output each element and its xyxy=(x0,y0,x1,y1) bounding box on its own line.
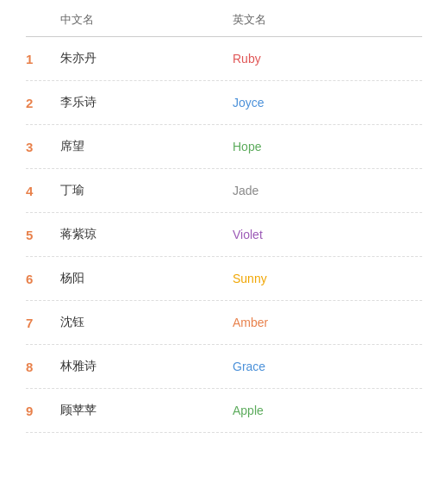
table-row: 6杨阳Sunny xyxy=(26,257,422,301)
row-english-name: Violet xyxy=(233,228,422,241)
row-english-name: Hope xyxy=(233,140,422,153)
data-table: 中文名 英文名 1朱亦丹Ruby2李乐诗Joyce3席望Hope4丁瑜Jade5… xyxy=(0,0,448,433)
row-chinese-name: 蒋紫琼 xyxy=(60,227,233,242)
table-row: 4丁瑜Jade xyxy=(26,169,422,213)
header-english: 英文名 xyxy=(233,12,422,28)
row-chinese-name: 席望 xyxy=(60,139,233,154)
row-english-name: Ruby xyxy=(233,52,422,66)
header-chinese: 中文名 xyxy=(60,12,233,28)
row-chinese-name: 李乐诗 xyxy=(60,95,233,110)
table-row: 7沈钰Amber xyxy=(26,301,422,345)
row-number: 9 xyxy=(26,404,60,418)
row-number: 3 xyxy=(26,140,60,154)
row-english-name: Joyce xyxy=(233,96,422,110)
row-english-name: Sunny xyxy=(233,272,422,285)
table-row: 8林雅诗Grace xyxy=(26,345,422,389)
table-body: 1朱亦丹Ruby2李乐诗Joyce3席望Hope4丁瑜Jade5蒋紫琼Viole… xyxy=(26,37,422,433)
table-row: 1朱亦丹Ruby xyxy=(26,37,422,81)
row-number: 2 xyxy=(26,96,60,110)
row-number: 1 xyxy=(26,52,60,66)
row-chinese-name: 顾苹苹 xyxy=(60,403,233,418)
row-number: 6 xyxy=(26,272,60,286)
row-chinese-name: 杨阳 xyxy=(60,271,233,286)
table-row: 3席望Hope xyxy=(26,125,422,169)
table-row: 2李乐诗Joyce xyxy=(26,81,422,125)
header-num xyxy=(26,12,60,28)
row-english-name: Grace xyxy=(233,360,422,373)
row-number: 7 xyxy=(26,316,60,330)
row-chinese-name: 林雅诗 xyxy=(60,359,233,374)
row-number: 8 xyxy=(26,360,60,374)
table-row: 5蒋紫琼Violet xyxy=(26,213,422,257)
row-chinese-name: 丁瑜 xyxy=(60,183,233,198)
row-english-name: Jade xyxy=(233,184,422,197)
row-number: 5 xyxy=(26,228,60,242)
row-number: 4 xyxy=(26,184,60,198)
table-header: 中文名 英文名 xyxy=(26,0,422,37)
row-english-name: Apple xyxy=(233,404,422,417)
row-chinese-name: 沈钰 xyxy=(60,315,233,330)
table-row: 9顾苹苹Apple xyxy=(26,389,422,433)
row-english-name: Amber xyxy=(233,316,422,329)
row-chinese-name: 朱亦丹 xyxy=(60,51,233,66)
